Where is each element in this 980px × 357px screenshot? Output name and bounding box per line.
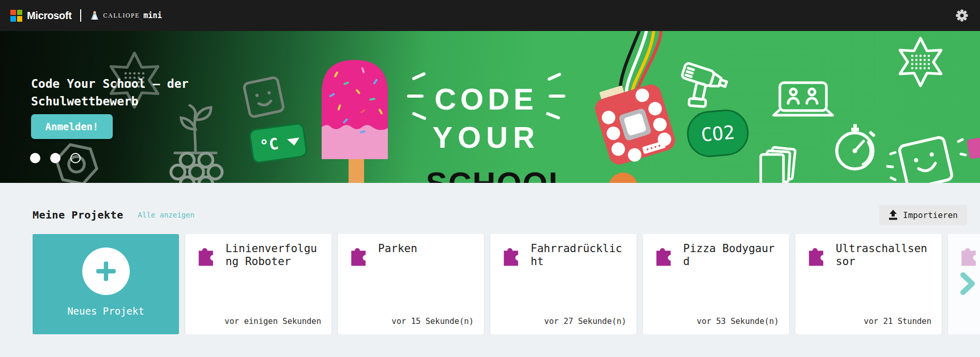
papers-stack-icon	[761, 147, 795, 183]
project-card-timestamp: vor 53 Sekunde(n)	[697, 317, 779, 326]
code-your-school-lettering: CODE YOUR SCHOOL	[426, 82, 569, 183]
hero-banner-carousel: °C CODE	[0, 31, 980, 183]
popsicle-illustration	[322, 60, 388, 183]
anmelden-button[interactable]: Anmelden!	[31, 114, 113, 139]
header-divider	[80, 9, 81, 22]
import-button[interactable]: Importieren	[879, 205, 967, 225]
top-bar: Microsoft CALLIOPE mini	[0, 0, 980, 31]
plant-sprout-icon	[175, 105, 216, 153]
project-card[interactable]: Pizza Bodygaurd vor 53 Sekunde(n)	[643, 234, 789, 334]
project-card-title: Pizza Bodygaurd	[683, 242, 777, 268]
temperature-label: °C	[259, 134, 280, 155]
calliope-mini-logo[interactable]: CALLIOPE mini	[90, 10, 162, 21]
popsicle-stick	[349, 155, 364, 183]
puzzle-piece-icon	[654, 243, 676, 267]
carousel-dots	[30, 153, 81, 163]
project-card-title: Linienverfolgung Roboter	[225, 242, 320, 268]
project-card-title: Fahrradrücklicht	[531, 242, 625, 268]
stopwatch-icon	[837, 124, 876, 169]
chevron-right-icon	[958, 271, 977, 296]
project-card[interactable]: Fahrradrücklicht vor 27 Sekunde(n)	[490, 234, 637, 334]
star-burst-right-icon	[900, 38, 941, 86]
banner-word-code: CODE	[434, 82, 538, 116]
project-card[interactable]: Linienverfolgung Roboter vor einigen Sek…	[185, 234, 331, 334]
calliope-wordmark: CALLIOPE	[103, 12, 140, 20]
mini-wordmark: mini	[143, 11, 162, 20]
project-card-title: Parken	[378, 242, 472, 255]
temperature-block-badge: °C	[249, 123, 307, 163]
puzzle-piece-icon	[502, 243, 523, 267]
puzzle-piece-icon	[807, 243, 828, 267]
upload-icon	[888, 210, 898, 220]
ms-square-blue	[10, 16, 16, 22]
project-card-timestamp: vor einigen Sekunden	[224, 317, 321, 326]
hero-copy: Code Your School — derSchulwettbewerb	[31, 75, 189, 110]
hero-title-line1: Code Your School — der	[31, 77, 189, 90]
carousel-dot-2[interactable]	[50, 153, 61, 163]
banner-word-school: SCHOOL	[426, 165, 569, 183]
laptop-people-icon	[774, 83, 833, 115]
gear-icon	[955, 9, 969, 22]
settings-button[interactable]	[954, 8, 970, 23]
projects-heading: Meine Projekte	[33, 209, 124, 221]
project-card-timestamp: vor 27 Sekunde(n)	[544, 317, 626, 326]
star-right-dot-matrix	[911, 55, 930, 69]
puzzle-piece-icon	[349, 243, 371, 267]
project-card-timestamp: vor 15 Sekunde(n)	[391, 317, 474, 326]
circles-cluster-icon	[171, 153, 222, 183]
scroll-right-button[interactable]	[958, 271, 977, 296]
import-button-label: Importieren	[903, 210, 958, 220]
new-project-label: Neues Projekt	[67, 305, 144, 317]
banner-word-your: YOUR	[432, 120, 540, 154]
calliope-mascot-icon	[90, 10, 99, 21]
ms-square-yellow	[17, 16, 23, 22]
carousel-dot-3[interactable]	[70, 153, 81, 163]
projects-header-row: Meine Projekte Alle anzeigen Importieren	[33, 205, 967, 225]
smiley-square-left-icon	[244, 77, 284, 117]
project-card[interactable]: Parken vor 15 Sekunde(n)	[338, 234, 484, 334]
pink-square-accent	[967, 137, 980, 160]
projects-card-row: Neues Projekt Linienverfolgung Roboter v…	[33, 234, 980, 334]
ms-square-red	[10, 10, 16, 15]
show-all-link[interactable]: Alle anzeigen	[138, 211, 195, 219]
co2-badge: CO2	[686, 108, 749, 158]
microsoft-wordmark[interactable]: Microsoft	[27, 10, 71, 22]
project-card[interactable]: Ultraschallsensor vor 21 Stunden	[795, 234, 942, 334]
puzzle-piece-icon	[197, 243, 218, 267]
hero-title-line2: Schulwettbewerb	[31, 95, 139, 108]
carousel-dot-1[interactable]	[30, 153, 40, 163]
plus-icon	[94, 259, 118, 283]
hero-title: Code Your School — derSchulwettbewerb	[31, 75, 189, 110]
orange-circle-accent	[609, 173, 638, 183]
new-project-card[interactable]: Neues Projekt	[33, 234, 179, 334]
smiley-square-right-icon	[899, 136, 953, 183]
projects-section: Meine Projekte Alle anzeigen Importieren…	[0, 183, 980, 334]
plus-circle	[82, 247, 130, 295]
drill-icon	[674, 63, 729, 114]
co2-label: CO2	[700, 121, 735, 146]
project-card-timestamp: vor 21 Stunden	[864, 317, 931, 326]
project-card-title: Ultraschallsensor	[836, 242, 930, 268]
ms-square-green	[17, 10, 23, 15]
puzzle-piece-icon	[959, 243, 980, 267]
smiley-dashes	[887, 139, 966, 180]
microsoft-logo-icon[interactable]	[10, 10, 22, 22]
